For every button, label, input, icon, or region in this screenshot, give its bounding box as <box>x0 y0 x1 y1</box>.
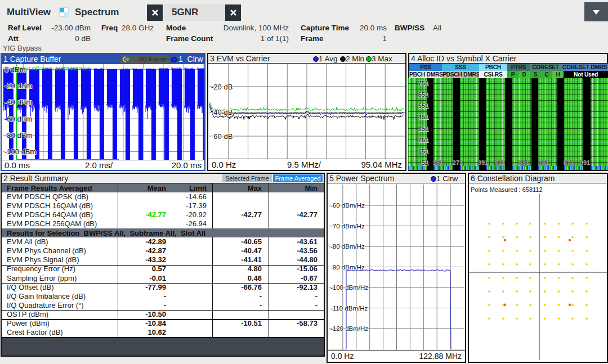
svg-text:-80 dBm/Hz: -80 dBm/Hz <box>330 243 365 250</box>
svg-text:-100 dBm: -100 dBm <box>5 147 36 156</box>
svg-text:-60 dB: -60 dB <box>211 132 233 141</box>
svg-text:-70 dBm/Hz: -70 dBm/Hz <box>330 223 365 230</box>
svg-text:-40 dB: -40 dB <box>211 108 233 116</box>
svg-text:-80 dBm: -80 dBm <box>5 131 32 140</box>
svg-text:-120 dBm/Hz: -120 dBm/Hz <box>330 325 368 332</box>
svg-text:-60 dBm: -60 dBm <box>5 115 32 123</box>
svg-text:-40 dBm: -40 dBm <box>5 98 32 106</box>
svg-text:-100 dBm/Hz: -100 dBm/Hz <box>330 284 368 291</box>
svg-text:-110 dBm/Hz: -110 dBm/Hz <box>330 305 368 312</box>
svg-text:Trace Start Offset : 1.4130149: Trace Start Offset : 1.413014950 ms <box>4 65 90 71</box>
svg-text:-20 dB: -20 dB <box>211 83 233 91</box>
svg-text:-60 dBm/Hz: -60 dBm/Hz <box>330 202 365 209</box>
svg-text:-20 dBm: -20 dBm <box>5 82 32 90</box>
svg-text:-90 dBm/Hz: -90 dBm/Hz <box>330 264 365 271</box>
